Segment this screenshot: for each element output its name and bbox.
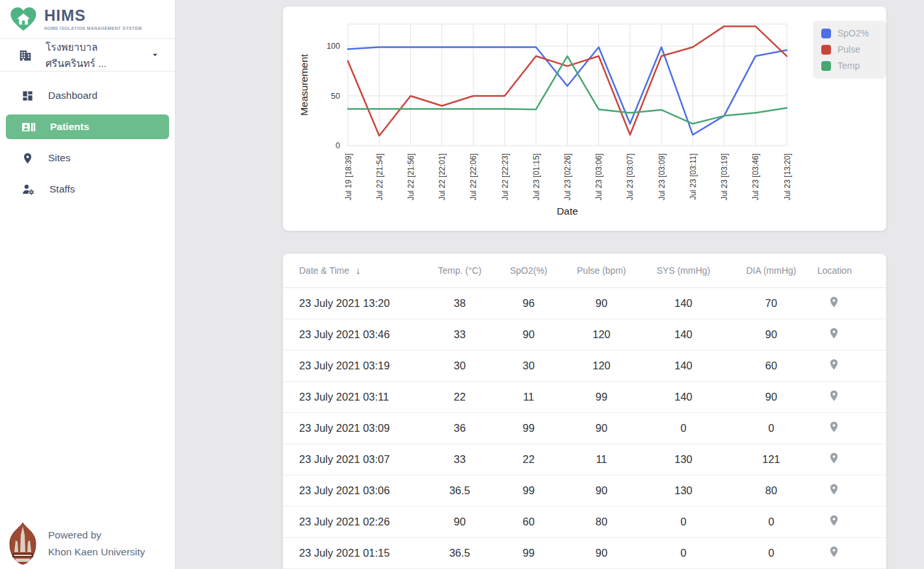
value-cell: 99 — [492, 475, 565, 506]
value-cell: 33 — [427, 443, 492, 475]
value-cell: 60 — [492, 506, 565, 537]
column-header-sys: SYS (mmHg) — [638, 254, 729, 287]
legend-label: Pulse — [838, 44, 860, 55]
location-pin-icon[interactable] — [813, 381, 886, 412]
datetime-cell: 23 July 2021 03:11 — [283, 381, 427, 412]
svg-text:Jul 23 [13:20]: Jul 23 [13:20] — [783, 153, 792, 200]
datetime-cell: 23 July 2021 13:20 — [283, 287, 427, 319]
value-cell: 99 — [565, 381, 638, 412]
svg-text:Jul 23 [03:19]: Jul 23 [03:19] — [720, 153, 729, 200]
value-cell: 90 — [565, 287, 638, 319]
svg-text:Jul 22 [22:01]: Jul 22 [22:01] — [438, 153, 447, 200]
column-header-datetime[interactable]: Date & Time ↓ — [283, 254, 427, 287]
svg-text:Jul 22 [22:23]: Jul 22 [22:23] — [501, 153, 510, 200]
hospital-name: โรงพยาบาลศรีนครินทร์ ... — [46, 39, 137, 72]
legend-item-pulse[interactable]: Pulse — [821, 44, 875, 55]
legend-swatch-icon — [821, 29, 831, 38]
vitals-chart-card: 050100Jul 19 [18:39]Jul 22 [21:54]Jul 22… — [283, 7, 886, 231]
svg-text:Jul 22 [21:56]: Jul 22 [21:56] — [406, 153, 416, 200]
value-cell: 70 — [729, 287, 813, 319]
value-cell: 11 — [492, 381, 565, 412]
legend-label: SpO2% — [838, 28, 869, 38]
svg-text:Jul 22 [21:54]: Jul 22 [21:54] — [375, 153, 384, 200]
patients-icon — [21, 120, 36, 134]
sidebar-item-label: Dashboard — [48, 90, 98, 101]
svg-text:Jul 23 [03:07]: Jul 23 [03:07] — [626, 153, 635, 200]
datetime-cell: 23 July 2021 03:07 — [283, 443, 427, 475]
sort-desc-icon[interactable]: ↓ — [356, 265, 361, 276]
datetime-cell: 23 July 2021 01:15 — [283, 537, 427, 568]
svg-text:Jul 23 [03:06]: Jul 23 [03:06] — [594, 153, 603, 200]
svg-text:Jul 23 [03:46]: Jul 23 [03:46] — [751, 153, 760, 200]
legend-item-spo2[interactable]: SpO2% — [821, 28, 875, 38]
table-row: 23 July 2021 02:2690608000 — [283, 506, 886, 537]
hospital-selector[interactable]: โรงพยาบาลศรีนครินทร์ ... — [0, 39, 175, 72]
powered-by-line2: Khon Kaen University — [48, 546, 145, 557]
value-cell: 22 — [427, 381, 492, 412]
dashboard-icon — [21, 90, 34, 102]
vitals-table-card: Date & Time ↓ Temp. (°C) SpO2(%) Pulse (… — [283, 254, 886, 569]
value-cell: 22 — [492, 443, 565, 475]
chevron-down-icon — [150, 49, 161, 60]
value-cell: 0 — [729, 506, 813, 537]
location-pin-icon[interactable] — [813, 443, 886, 475]
sidebar-menu: Dashboard Patients Sites — [0, 83, 175, 202]
location-pin-icon[interactable] — [813, 319, 886, 350]
svg-text:50: 50 — [331, 92, 340, 101]
value-cell: 36.5 — [427, 537, 492, 568]
sidebar-item-staffs[interactable]: Staffs — [6, 177, 169, 202]
value-cell: 140 — [638, 350, 729, 381]
value-cell: 90 — [729, 381, 813, 412]
location-pin-icon[interactable] — [813, 537, 886, 568]
datetime-cell: 23 July 2021 03:06 — [283, 475, 427, 506]
table-row: 23 July 2021 03:0936999000 — [283, 412, 886, 443]
value-cell: 99 — [492, 537, 565, 568]
value-cell: 99 — [492, 412, 565, 443]
column-header-pulse: Pulse (bpm) — [565, 254, 638, 287]
location-pin-icon[interactable] — [813, 350, 886, 381]
sidebar-item-dashboard[interactable]: Dashboard — [6, 83, 169, 108]
value-cell: 0 — [638, 412, 729, 443]
sidebar-item-label: Patients — [50, 121, 89, 133]
location-pin-icon[interactable] — [813, 287, 886, 319]
value-cell: 80 — [729, 475, 813, 506]
value-cell: 60 — [729, 350, 813, 381]
powered-by: Powered by Khon Kaen University — [8, 522, 145, 565]
vitals-table-body: 23 July 2021 13:203896901407023 July 202… — [283, 287, 886, 568]
value-cell: 11 — [565, 443, 638, 475]
sidebar-item-label: Sites — [48, 152, 70, 164]
svg-text:Measurement: Measurement — [298, 53, 310, 115]
sidebar-item-sites[interactable]: Sites — [6, 146, 169, 170]
svg-text:100: 100 — [326, 42, 340, 51]
location-pin-icon[interactable] — [813, 475, 886, 506]
staff-gear-icon — [21, 183, 35, 196]
value-cell: 121 — [729, 443, 813, 475]
column-header-temp: Temp. (°C) — [427, 254, 492, 287]
kku-logo — [8, 522, 38, 565]
value-cell: 33 — [427, 319, 492, 350]
app-title: HIMS — [44, 8, 142, 23]
legend-item-temp[interactable]: Temp — [821, 60, 875, 71]
sidebar: HIMS HOME ISOLATION MANAGEMENT SYSTEM โร… — [0, 0, 176, 569]
svg-text:Jul 23 [03:09]: Jul 23 [03:09] — [657, 153, 667, 200]
svg-text:Jul 23 [03:11]: Jul 23 [03:11] — [689, 153, 698, 200]
value-cell: 90 — [565, 537, 638, 568]
value-cell: 96 — [492, 287, 565, 319]
location-pin-icon[interactable] — [813, 412, 886, 443]
value-cell: 90 — [729, 319, 813, 350]
datetime-cell: 23 July 2021 03:46 — [283, 319, 427, 350]
heart-home-logo-icon — [9, 7, 38, 33]
value-cell: 90 — [565, 412, 638, 443]
table-row: 23 July 2021 03:0636.5999013080 — [283, 475, 886, 506]
measurement-chart: 050100Jul 19 [18:39]Jul 22 [21:54]Jul 22… — [283, 7, 886, 231]
table-row: 23 July 2021 01:1536.5999000 — [283, 537, 886, 568]
value-cell: 30 — [492, 350, 565, 381]
powered-by-line1: Powered by — [48, 529, 101, 540]
location-pin-icon[interactable] — [813, 506, 886, 537]
sidebar-item-patients[interactable]: Patients — [6, 114, 169, 139]
table-header-row: Date & Time ↓ Temp. (°C) SpO2(%) Pulse (… — [283, 254, 886, 287]
vitals-table: Date & Time ↓ Temp. (°C) SpO2(%) Pulse (… — [283, 254, 886, 569]
table-row: 23 July 2021 03:19303012014060 — [283, 350, 886, 381]
svg-text:Jul 22 [22:06]: Jul 22 [22:06] — [469, 153, 478, 200]
value-cell: 90 — [492, 319, 565, 350]
